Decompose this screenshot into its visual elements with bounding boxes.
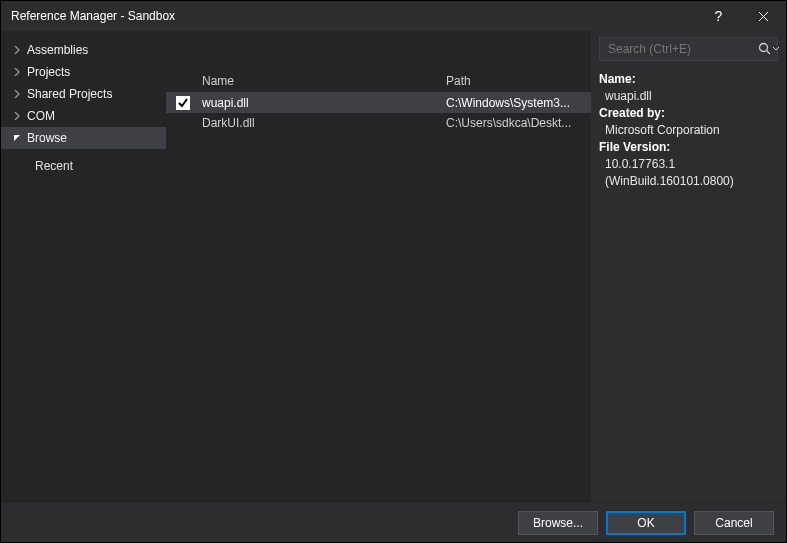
sidebar-item-label: Shared Projects — [27, 87, 112, 101]
chevron-right-icon — [11, 112, 23, 120]
row-name: wuapi.dll — [200, 96, 440, 110]
search-input[interactable] — [600, 42, 758, 56]
body: Assemblies Projects Shared Projects COM … — [1, 31, 786, 502]
svg-point-2 — [760, 44, 768, 52]
sidebar-item-browse[interactable]: Browse — [1, 127, 166, 149]
details-name-label: Name: — [599, 71, 778, 88]
window-title: Reference Manager - Sandbox — [1, 9, 175, 23]
sidebar-item-assemblies[interactable]: Assemblies — [1, 39, 166, 61]
sidebar-subitem-recent[interactable]: Recent — [1, 155, 166, 177]
chevron-right-icon — [11, 90, 23, 98]
checkbox-checked-icon — [176, 96, 190, 110]
cancel-button[interactable]: Cancel — [694, 511, 774, 535]
row-path: C:\Users\sdkca\Deskt... — [440, 116, 591, 130]
browse-button[interactable]: Browse... — [518, 511, 598, 535]
reference-manager-window: Reference Manager - Sandbox ? Assemblies… — [0, 0, 787, 543]
table-row[interactable]: wuapi.dll C:\Windows\System3... — [166, 93, 591, 113]
details-created-label: Created by: — [599, 105, 778, 122]
svg-line-3 — [767, 51, 771, 55]
sidebar-item-label: COM — [27, 109, 55, 123]
details-name-value: wuapi.dll — [599, 88, 778, 105]
sidebar-item-label: Projects — [27, 65, 70, 79]
chevron-right-icon — [11, 68, 23, 76]
search-icon[interactable] — [758, 42, 779, 56]
sidebar-subitem-label: Recent — [35, 159, 73, 173]
help-button[interactable]: ? — [696, 1, 741, 31]
details-build-value: (WinBuild.160101.0800) — [599, 173, 778, 190]
table-row[interactable]: DarkUI.dll C:\Users\sdkca\Deskt... — [166, 113, 591, 133]
column-headers: Name Path — [166, 69, 591, 93]
ok-button[interactable]: OK — [606, 511, 686, 535]
details-version-label: File Version: — [599, 139, 778, 156]
close-button[interactable] — [741, 1, 786, 31]
details-version-value: 10.0.17763.1 — [599, 156, 778, 173]
sidebar-item-com[interactable]: COM — [1, 105, 166, 127]
row-path: C:\Windows\System3... — [440, 96, 591, 110]
reference-list-panel: Name Path wuapi.dll C:\Windows\System3..… — [166, 31, 591, 502]
sidebar-item-projects[interactable]: Projects — [1, 61, 166, 83]
details-created-value: Microsoft Corporation — [599, 122, 778, 139]
column-name-header[interactable]: Name — [200, 74, 440, 88]
row-name: DarkUI.dll — [200, 116, 440, 130]
details-panel: Name: wuapi.dll Created by: Microsoft Co… — [591, 31, 786, 502]
details-properties: Name: wuapi.dll Created by: Microsoft Co… — [599, 71, 778, 190]
titlebar: Reference Manager - Sandbox ? — [1, 1, 786, 31]
close-icon — [758, 11, 769, 22]
sidebar: Assemblies Projects Shared Projects COM … — [1, 31, 166, 502]
chevron-right-icon — [11, 46, 23, 54]
sidebar-item-label: Assemblies — [27, 43, 88, 57]
search-box[interactable] — [599, 37, 778, 61]
sidebar-item-shared-projects[interactable]: Shared Projects — [1, 83, 166, 105]
reference-rows: wuapi.dll C:\Windows\System3... DarkUI.d… — [166, 93, 591, 502]
chevron-down-icon — [11, 134, 23, 142]
column-path-header[interactable]: Path — [440, 74, 591, 88]
sidebar-item-label: Browse — [27, 131, 67, 145]
row-checkbox-cell[interactable] — [166, 96, 200, 110]
footer: Browse... OK Cancel — [1, 502, 786, 542]
